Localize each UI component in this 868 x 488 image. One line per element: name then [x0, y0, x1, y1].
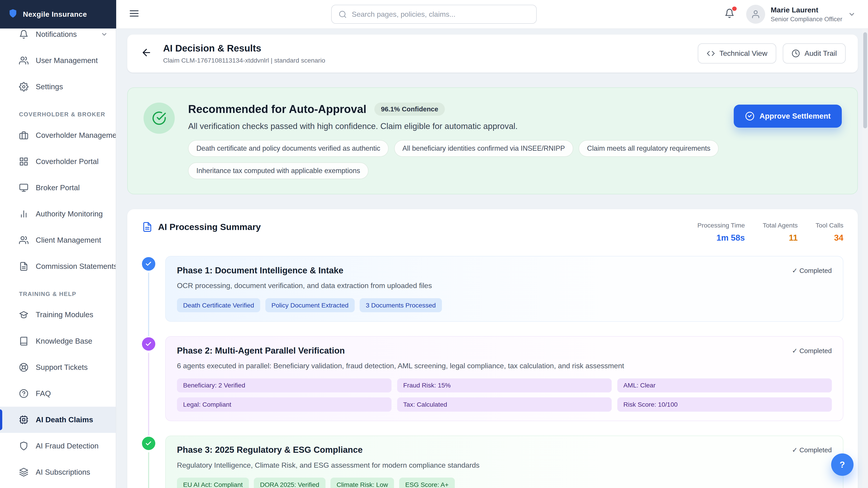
phase-card: Phase 2: Multi-Agent Parallel Verificati…: [165, 336, 843, 421]
sidebar-item-commission-statements[interactable]: Commission Statements: [0, 253, 116, 280]
menu-toggle-button[interactable]: [127, 8, 141, 21]
stat-value: 34: [815, 233, 843, 242]
phase-item-2: Phase 2: Multi-Agent Parallel Verificati…: [142, 336, 844, 421]
phase-tag: Policy Document Extracted: [266, 298, 355, 313]
sidebar-item-label: AI Subscriptions: [36, 468, 90, 477]
arrow-left-icon: [141, 47, 152, 58]
summary-stat-total-agents: Total Agents11: [763, 222, 798, 242]
sidebar-item-coverholder-management[interactable]: Coverholder Management: [0, 122, 116, 148]
sidebar: NotificationsUser ManagementSettingsCOVE…: [0, 29, 116, 488]
page-title: AI Decision & Results: [163, 43, 325, 54]
sidebar-item-label: AI Death Claims: [36, 416, 93, 424]
sidebar-item-label: Coverholder Management: [36, 131, 116, 140]
phase-tag: Death Certificate Verified: [177, 298, 260, 313]
help-button[interactable]: ?: [831, 453, 854, 476]
bell-icon: [19, 30, 29, 39]
sidebar-item-label: Knowledge Base: [36, 337, 92, 346]
sidebar-nav: NotificationsUser ManagementSettingsCOVE…: [0, 29, 116, 485]
technical-view-button[interactable]: Technical View: [698, 43, 776, 64]
sidebar-item-label: Broker Portal: [36, 184, 80, 192]
sidebar-item-label: AI Fraud Detection: [36, 442, 98, 450]
check-circle-icon: [745, 111, 754, 121]
summary-stat-tool-calls: Tool Calls34: [815, 222, 843, 242]
phase-tag: Beneficiary: 2 Verified: [177, 379, 392, 393]
sidebar-item-settings[interactable]: Settings: [0, 74, 116, 100]
graduation-cap-icon: [19, 310, 29, 320]
search-input[interactable]: [352, 10, 530, 19]
global-search: [331, 5, 537, 24]
main-content: AI Decision & Results Claim CLM-17671081…: [116, 29, 868, 488]
phase-check-icon: [142, 337, 155, 351]
stat-label: Total Agents: [763, 222, 798, 229]
user-menu[interactable]: Marie Laurent Senior Compliance Officer: [746, 5, 856, 24]
document-icon: [142, 222, 153, 232]
sidebar-section-header: COVERHOLDER & BROKER: [0, 100, 116, 122]
phase-status: ✓ Completed: [792, 265, 832, 274]
summary-stat-processing-time: Processing Time1m 58s: [698, 222, 745, 242]
phase-title: Phase 1: Document Intelligence & Intake: [177, 265, 343, 275]
scrollbar-thumb[interactable]: [863, 32, 867, 128]
sidebar-item-label: Support Tickets: [36, 363, 88, 372]
avatar: [746, 5, 765, 24]
phase-card: Phase 1: Document Intelligence & Intake✓…: [165, 256, 843, 322]
phase-status: ✓ Completed: [792, 445, 832, 454]
sidebar-item-knowledge-base[interactable]: Knowledge Base: [0, 328, 116, 354]
sidebar-item-notifications[interactable]: Notifications: [0, 29, 116, 47]
page-title-block: AI Decision & Results Claim CLM-17671081…: [163, 43, 325, 64]
stat-value: 11: [763, 233, 798, 242]
notification-dot: [732, 6, 737, 11]
life-buoy-icon: [19, 363, 29, 372]
recommendation-description: All verification checks passed with high…: [188, 121, 720, 131]
recommendation-body: Recommended for Auto-Approval 96.1% Conf…: [188, 103, 720, 180]
chevron-down-icon: [101, 31, 108, 38]
people-icon: [19, 235, 29, 245]
sidebar-item-user-management[interactable]: User Management: [0, 47, 116, 74]
approve-settlement-button[interactable]: Approve Settlement: [734, 105, 842, 127]
code-icon: [707, 49, 715, 58]
users-icon: [19, 56, 29, 65]
recommendation-banner: Recommended for Auto-Approval 96.1% Conf…: [127, 88, 858, 194]
sidebar-item-faq[interactable]: FAQ: [0, 381, 116, 407]
sidebar-item-authority-monitoring[interactable]: Authority Monitoring: [0, 201, 116, 227]
app-shell: Nexgile Insurance Marie Laurent Senior C…: [0, 0, 868, 488]
phase-tag-list: EU AI Act: CompliantDORA 2025: VerifiedC…: [177, 478, 832, 488]
audit-trail-button[interactable]: Audit Trail: [783, 43, 846, 64]
sidebar-item-coverholder-portal[interactable]: Coverholder Portal: [0, 149, 116, 175]
phase-tag-list: Beneficiary: 2 VerifiedFraud Risk: 15%AM…: [177, 379, 832, 412]
sidebar-item-ai-subscriptions[interactable]: AI Subscriptions: [0, 459, 116, 485]
check-circle-icon: [144, 103, 175, 134]
phase-description: Regulatory Intelligence, Climate Risk, a…: [177, 460, 832, 470]
phase-timeline: Phase 1: Document Intelligence & Intake✓…: [142, 256, 844, 488]
phase-description: OCR processing, document verification, a…: [177, 281, 832, 291]
phase-tag: Fraud Risk: 15%: [397, 379, 612, 393]
sidebar-item-label: Client Management: [36, 236, 101, 245]
sidebar-item-label: FAQ: [36, 389, 51, 398]
topbar: Nexgile Insurance Marie Laurent Senior C…: [0, 0, 868, 29]
sidebar-item-training-modules[interactable]: Training Modules: [0, 302, 116, 328]
sidebar-item-client-management[interactable]: Client Management: [0, 227, 116, 253]
sidebar-item-label: Coverholder Portal: [36, 157, 98, 166]
phase-tag: DORA 2025: Verified: [254, 478, 325, 488]
ai-processing-summary-card: AI Processing Summary Processing Time1m …: [127, 209, 858, 488]
back-button[interactable]: [140, 47, 153, 60]
notifications-button[interactable]: [723, 8, 736, 21]
sidebar-item-ai-death-claims[interactable]: AI Death Claims: [0, 407, 116, 433]
sidebar-item-label: User Management: [36, 56, 98, 65]
sidebar-item-support-tickets[interactable]: Support Tickets: [0, 354, 116, 381]
sidebar-item-broker-portal[interactable]: Broker Portal: [0, 175, 116, 201]
clock-icon: [792, 49, 800, 58]
file-text-icon: [19, 262, 29, 271]
monitor-icon: [19, 183, 29, 193]
topbar-right: Marie Laurent Senior Compliance Officer: [723, 5, 868, 24]
phase-title: Phase 3: 2025 Regulatory & ESG Complianc…: [177, 445, 363, 455]
sidebar-item-label: Commission Statements: [36, 262, 116, 271]
verification-check-list: Death certificate and policy documents v…: [188, 140, 720, 180]
brand-logo: Nexgile Insurance: [0, 0, 116, 29]
sidebar-item-ai-fraud-detection[interactable]: AI Fraud Detection: [0, 433, 116, 459]
sidebar-item-label: Notifications: [36, 30, 77, 39]
recommendation-title: Recommended for Auto-Approval: [188, 103, 366, 116]
sidebar-section-header: TRAINING & HELP: [0, 280, 116, 302]
grid-icon: [19, 157, 29, 166]
header-actions: Technical View Audit Trail: [698, 43, 846, 64]
phase-tag: AML: Clear: [617, 379, 832, 393]
